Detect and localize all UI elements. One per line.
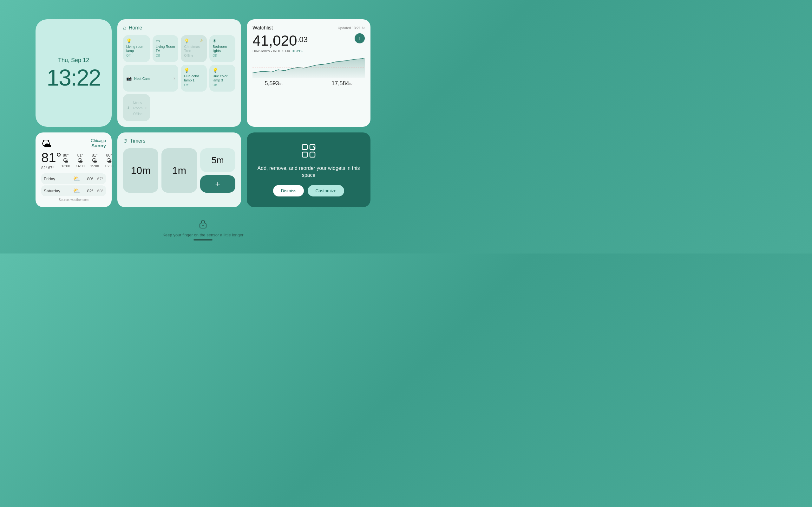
weather-hourly: 80° 🌤 13:00 81° 🌤 14:00 81° 🌤 15:00 80° … [61,153,113,168]
bedroom-name: Bedroom lights [212,45,232,53]
device-card-nestcam[interactable]: 📷 Nest Cam › [123,65,178,92]
lock-bar [194,239,212,240]
weather-forecast: Friday ⛅ 80° 67° Saturday ⛅ 82° 68° [41,173,106,196]
tv-status: Off [156,54,175,57]
lock-icon [199,219,207,231]
refresh-icon[interactable]: ↻ [362,26,365,30]
nestcam-name: Nest Cam [134,77,150,80]
svg-rect-3 [302,152,307,157]
stock-footer-1: 5,59385 [264,80,282,87]
dismiss-button[interactable]: Dismiss [273,185,304,196]
living-room-chevron: › [145,105,147,111]
lamp-status: Off [126,54,147,57]
clock-date: Thu, Sep 12 [58,57,89,64]
weather-condition: Sunny [91,143,106,148]
hue3-status: Off [212,83,232,87]
bottom-section: Keep your finger on the sensor a little … [162,219,243,240]
promo-icon [301,143,316,161]
timer-third: 5m + [200,148,235,193]
weather-widget: 🌤 Chicago Sunny 81° 82° 67° 80° 🌤 13:00 [36,132,112,207]
tv-info: Living Room TV Off [156,45,175,57]
nestcam-chevron: › [173,75,175,81]
stock-up-button[interactable]: ↑ [355,33,365,43]
hue3-icon: 💡 [212,68,232,73]
timer-10m[interactable]: 10m [123,148,158,193]
stock-info: Dow Jones • INDEXDJX +0.39% [252,49,365,53]
timers-grid: 10m 1m 5m + [123,148,235,193]
clock-time: 13:22 [47,66,101,89]
clock-widget: Thu, Sep 12 13:22 [36,19,112,127]
hue3-info: Hue color lamp 3 Off [212,74,232,87]
christmas-name: Christmas Tree [184,45,204,53]
watchlist-header: Watchlist Updated 13:21 ↻ [252,25,365,31]
tv-name: Living Room TV [156,45,175,53]
device-card-christmas[interactable]: 💡 ⚠ Christmas Tree Offline [181,35,207,62]
hue3-name: Hue color lamp 3 [212,74,232,82]
device-card-living-room-offline[interactable]: 🌡 Living Room Offline › [123,94,150,121]
svg-rect-4 [310,152,315,157]
device-card-tv[interactable]: ▭ Living Room TV Off [153,35,179,62]
bedroom-status: Off [212,54,232,57]
promo-text: Add, remove, and reorder your widgets in… [254,165,363,179]
device-card-hue3[interactable]: 💡 Hue color lamp 3 Off [209,65,235,92]
weather-hour-2: 81° 🌤 14:00 [76,153,85,168]
watchlist-updated: Updated 13:21 ↻ [338,26,365,30]
bedroom-info: Bedroom lights Off [212,45,232,57]
lamp-name: Living room lamp [126,45,147,53]
weather-hour-1: 80° 🌤 13:00 [61,153,70,168]
living-room-info: Living Room Offline [133,99,142,116]
stock-chart [252,55,365,78]
main-grid: Thu, Sep 12 13:22 ⌂ Home 💡 Living room l… [29,13,377,214]
timers-widget: ⏱ Timers 10m 1m 5m + [117,132,241,207]
customize-button[interactable]: Customize [308,185,344,196]
home-widget-title: Home [129,25,142,31]
weather-highlow: 82° 67° [41,166,61,170]
weather-temp: 81° [41,151,61,164]
home-device-grid: 💡 Living room lamp Off ▭ Living Room TV … [123,35,235,121]
stock-footer-2: 17,58407 [332,80,352,87]
weather-hour-3: 81° 🌤 15:00 [90,153,99,168]
timer-add-button[interactable]: + [200,175,235,193]
forecast-friday: Friday ⛅ 80° 67° [41,173,106,184]
timer-1m[interactable]: 1m [161,148,197,193]
hue1-name: Hue color lamp 1 [184,74,204,82]
device-card-bedroom[interactable]: ☀ Bedroom lights Off [209,35,235,62]
tv-icon: ▭ [156,38,175,43]
christmas-info: Christmas Tree Offline [184,45,204,57]
timer-5m[interactable]: 5m [200,148,235,172]
nestcam-icon: 📷 [126,76,132,81]
forecast-saturday: Saturday ⛅ 82° 68° [41,185,106,196]
weather-hour-4: 80° 🌤 16:00 [105,153,113,168]
svg-rect-1 [302,145,307,150]
timers-header: ⏱ Timers [123,138,235,144]
christmas-header: 💡 ⚠ [184,38,204,43]
svg-point-8 [202,225,204,226]
living-room-name: Living Room [133,101,142,110]
nestcam-info: Nest Cam [134,75,171,81]
stock-footer: 5,59385 17,58407 [252,80,365,87]
warn-icon: ⚠ [200,38,204,43]
weather-location-block: Chicago Sunny [91,138,106,148]
bedroom-icon: ☀ [212,38,232,43]
weather-top: 🌤 Chicago Sunny [41,138,106,150]
widget-promo: Add, remove, and reorder your widgets in… [247,132,370,207]
weather-source: Source: weather.com [41,198,106,202]
home-widget: ⌂ Home 💡 Living room lamp Off ▭ Living R… [117,19,241,127]
living-room-status: Offline [133,112,142,116]
hue1-status: Off [184,83,204,87]
weather-location: Chicago [91,138,106,143]
lamp-icon: 💡 [126,38,147,43]
christmas-status: Offline [184,54,204,57]
lamp-info: Living room lamp Off [126,45,147,57]
device-card-hue1[interactable]: 💡 Hue color lamp 1 Off [181,65,207,92]
promo-buttons: Dismiss Customize [273,185,344,196]
timers-title: Timers [130,138,145,144]
home-icon: ⌂ [123,25,126,31]
device-card-living-room-lamp[interactable]: 💡 Living room lamp Off [123,35,150,62]
timer-icon: ⏱ [123,138,128,144]
lock-hint: Keep your finger on the sensor a little … [162,233,243,237]
hue1-info: Hue color lamp 1 Off [184,74,204,87]
weather-temp-block: 81° 82° 67° [41,151,61,170]
home-widget-header: ⌂ Home [123,25,235,31]
stock-value: 41,020.03 [252,33,308,48]
